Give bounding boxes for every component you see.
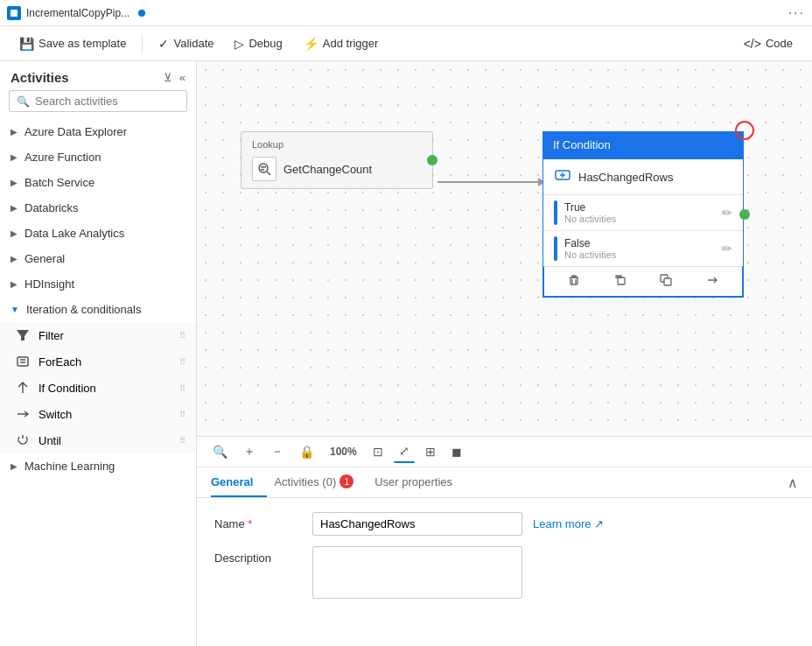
chevron-right-icon: ▶ bbox=[10, 254, 18, 263]
false-branch[interactable]: False No activities ✏ bbox=[543, 231, 743, 266]
left-panel: Activities ⊻ « 🔍 ▶ Azure Data Explorer ▶… bbox=[0, 61, 197, 646]
description-input[interactable] bbox=[312, 546, 522, 599]
chevron-right-icon: ▶ bbox=[10, 127, 18, 137]
if-condition-node[interactable]: If Condition HasChangedRows bbox=[542, 131, 744, 298]
canvas-lock-button[interactable]: 🔒 bbox=[294, 441, 319, 462]
drag-handle-icon: ⠿ bbox=[179, 331, 186, 341]
sidebar-item-label: Machine Learning bbox=[24, 460, 115, 473]
sidebar-item-azure-data-explorer[interactable]: ▶ Azure Data Explorer bbox=[0, 119, 196, 144]
code-button[interactable]: </> Code bbox=[735, 33, 802, 54]
sidebar-item-label: General bbox=[24, 252, 65, 265]
canvas-area: Lookup GetChangeCount bbox=[197, 61, 812, 646]
activities-badge: 1 bbox=[340, 474, 354, 488]
canvas-search-button[interactable]: 🔍 bbox=[207, 441, 233, 462]
sidebar-item-azure-function[interactable]: ▶ Azure Function bbox=[0, 144, 196, 170]
sub-items-list: Filter ⠿ ForEach ⠿ bbox=[0, 322, 196, 453]
svg-marker-1 bbox=[17, 330, 29, 341]
title-bar: IncrementalCopyPip... ··· bbox=[0, 0, 812, 26]
tab-title: IncrementalCopyPip... bbox=[26, 7, 130, 19]
learn-more-link[interactable]: Learn more ↗ bbox=[533, 512, 604, 530]
sidebar-item-label: Databricks bbox=[24, 201, 78, 214]
canvas-frame-button[interactable]: ⊡ bbox=[368, 441, 388, 462]
search-box[interactable]: 🔍 bbox=[9, 90, 187, 112]
sidebar-item-label: HDInsight bbox=[24, 277, 74, 291]
sidebar-item-switch[interactable]: Switch ⠿ bbox=[0, 401, 196, 427]
bottom-panel: 🔍 ＋ － 🔒 100% ⊡ ⤢ ⊞ ◼ General Activities … bbox=[197, 436, 812, 646]
validate-button[interactable]: ✓ Validate bbox=[150, 33, 222, 54]
toolbar-separator bbox=[142, 35, 143, 53]
sidebar-item-general[interactable]: ▶ General bbox=[0, 246, 196, 271]
delete-node-button[interactable] bbox=[563, 272, 585, 291]
canvas-workspace[interactable]: Lookup GetChangeCount bbox=[197, 61, 812, 436]
canvas-grid-button[interactable]: ⊞ bbox=[420, 441, 441, 462]
error-indicator bbox=[735, 121, 754, 140]
tab-general[interactable]: General bbox=[211, 468, 267, 497]
lookup-icon bbox=[252, 157, 276, 181]
tab-activities[interactable]: Activities (0) 1 bbox=[274, 467, 368, 497]
search-input[interactable] bbox=[35, 95, 179, 108]
collapse-icon[interactable]: « bbox=[179, 71, 186, 84]
canvas-zoom-out-button[interactable]: － bbox=[266, 440, 289, 463]
chevron-right-icon: ▶ bbox=[10, 203, 18, 213]
chevron-right-icon: ▶ bbox=[10, 178, 18, 187]
clone-node-button[interactable] bbox=[654, 272, 677, 291]
bottom-tabs: General Activities (0) 1 User properties… bbox=[197, 467, 812, 498]
sidebar-item-iteration-conditionals[interactable]: ▼ Iteration & conditionals bbox=[0, 297, 196, 322]
filter-icon[interactable]: ⊻ bbox=[164, 71, 172, 84]
panel-header: Activities ⊻ « bbox=[0, 61, 196, 90]
collapse-panel-button[interactable]: ∧ bbox=[788, 474, 798, 491]
nav-items: ▶ Azure Data Explorer ▶ Azure Function ▶… bbox=[0, 119, 196, 646]
condition-name-row: HasChangedRows bbox=[543, 159, 743, 195]
toolbar: 💾 Save as template ✓ Validate ▷ Debug ⚡ … bbox=[0, 26, 812, 61]
tab-user-properties[interactable]: User properties bbox=[374, 468, 466, 497]
sidebar-item-label: Azure Data Explorer bbox=[24, 125, 127, 138]
add-trigger-button[interactable]: ⚡ Add trigger bbox=[295, 33, 388, 54]
name-field-row: Name * Learn more ↗ bbox=[214, 512, 794, 536]
save-template-button[interactable]: 💾 Save as template bbox=[10, 33, 135, 54]
main-layout: Activities ⊻ « 🔍 ▶ Azure Data Explorer ▶… bbox=[0, 61, 812, 646]
app-icon bbox=[7, 6, 21, 20]
bottom-form-content: Name * Learn more ↗ Description bbox=[197, 498, 812, 646]
required-indicator: * bbox=[248, 517, 252, 530]
sidebar-item-data-lake-analytics[interactable]: ▶ Data Lake Analytics bbox=[0, 221, 196, 246]
chevron-right-icon: ▶ bbox=[10, 279, 18, 289]
canvas-cursor-button[interactable]: ⤢ bbox=[394, 440, 415, 463]
drag-handle-icon: ⠿ bbox=[179, 410, 186, 419]
connection-arrow bbox=[438, 178, 545, 186]
if-condition-activity-icon bbox=[14, 381, 32, 395]
sidebar-item-machine-learning[interactable]: ▶ Machine Learning bbox=[0, 453, 196, 479]
sidebar-item-filter[interactable]: Filter ⠿ bbox=[0, 322, 196, 348]
canvas-theme-button[interactable]: ◼ bbox=[446, 441, 467, 462]
svg-rect-0 bbox=[10, 10, 18, 17]
svg-rect-2 bbox=[18, 357, 28, 366]
edit-false-branch-icon[interactable]: ✏ bbox=[722, 242, 732, 256]
search-icon: 🔍 bbox=[17, 95, 30, 108]
svg-line-4 bbox=[267, 172, 270, 175]
sidebar-item-databricks[interactable]: ▶ Databricks bbox=[0, 195, 196, 221]
canvas-toolbar: 🔍 ＋ － 🔒 100% ⊡ ⤢ ⊞ ◼ bbox=[197, 437, 812, 467]
form-fields: Name * Learn more ↗ Description bbox=[214, 512, 794, 632]
edit-true-branch-icon[interactable]: ✏ bbox=[722, 206, 732, 220]
sidebar-item-label: Azure Function bbox=[24, 151, 101, 164]
sidebar-item-if-condition[interactable]: If Condition ⠿ bbox=[0, 375, 196, 401]
sidebar-item-hdinsight[interactable]: ▶ HDInsight bbox=[0, 271, 196, 297]
more-options-button[interactable]: ··· bbox=[788, 5, 805, 21]
copy-node-button[interactable] bbox=[609, 272, 632, 291]
name-input[interactable] bbox=[312, 512, 522, 536]
node-name-label: GetChangeCount bbox=[284, 163, 372, 176]
debug-button[interactable]: ▷ Debug bbox=[226, 33, 290, 54]
filter-activity-icon bbox=[14, 328, 32, 342]
lookup-node[interactable]: Lookup GetChangeCount bbox=[241, 131, 433, 189]
node-type-label: Lookup bbox=[252, 139, 422, 150]
drag-handle-icon: ⠿ bbox=[179, 383, 186, 393]
canvas-fit-button[interactable]: 100% bbox=[325, 442, 362, 461]
true-branch[interactable]: True No activities ✏ bbox=[543, 195, 743, 231]
name-label: Name * bbox=[214, 512, 302, 530]
sidebar-item-until[interactable]: Until ⠿ bbox=[0, 427, 196, 453]
switch-activity-icon bbox=[14, 407, 32, 421]
foreach-activity-icon bbox=[14, 355, 32, 369]
sidebar-item-batch-service[interactable]: ▶ Batch Service bbox=[0, 170, 196, 195]
canvas-add-button[interactable]: ＋ bbox=[238, 440, 261, 463]
sidebar-item-foreach[interactable]: ForEach ⠿ bbox=[0, 348, 196, 375]
add-successor-button[interactable] bbox=[701, 272, 724, 291]
